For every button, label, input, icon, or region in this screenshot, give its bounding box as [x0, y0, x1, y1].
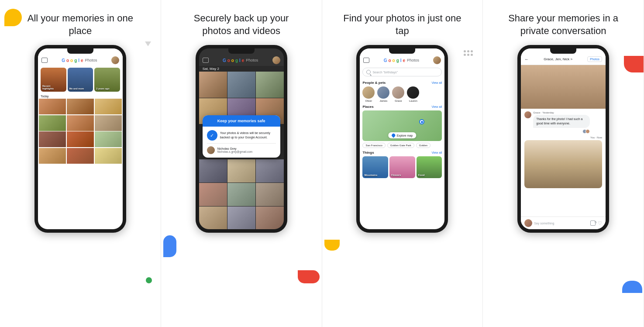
your-photo	[524, 140, 602, 188]
message-grace: Grace · Yesterday Thanks for the photo! …	[524, 111, 602, 134]
avatar-lauren	[407, 86, 419, 99]
things-section-header: Things View all	[362, 151, 442, 155]
grace-message-content: Grace · Yesterday Thanks for the photo! …	[533, 111, 590, 134]
grid-cell	[67, 99, 94, 114]
grid-cell	[199, 183, 227, 206]
thing-label-food: Food	[418, 174, 425, 176]
heart-icon[interactable]: ♡	[598, 220, 602, 226]
thing-flowers: Flowers	[389, 156, 415, 178]
search-placeholder: Search "birthdays"	[372, 71, 398, 74]
grid-cell	[199, 72, 227, 98]
people-view-all[interactable]: View all	[431, 81, 442, 84]
grace-avatar	[524, 111, 531, 118]
people-title: People & pets	[362, 81, 386, 85]
highlight-label-3: 2 years ago	[96, 87, 109, 90]
modal-body-row: ✓ Your photos & videos will be securelyb…	[207, 130, 276, 141]
things-view-all[interactable]: View all	[431, 151, 442, 154]
phone-frame-1: Google Photos Recenthighlights Me and mo…	[34, 45, 126, 233]
panel2-title: Securely back up your photos and videos	[180, 12, 303, 37]
attach-icon[interactable]	[590, 220, 596, 226]
explore-map-label: Explore map	[397, 134, 413, 137]
phone-notch-3	[389, 48, 415, 54]
phone-screen-2: Google Photos Sat, May 2 Keep your memor…	[199, 48, 284, 229]
deco-red-corner	[624, 56, 644, 72]
grace-sender-label: Grace · Yesterday	[533, 111, 590, 114]
deco-triangle	[145, 41, 151, 46]
user-avatar-3	[433, 56, 441, 64]
phone-frame-4: ← Grace, Jen, Nick > Photos Grace · Yest…	[517, 45, 609, 233]
backup-modal: Keep your memories safe ✓ Your photos & …	[203, 115, 280, 158]
grid-cell	[39, 115, 66, 131]
message-input-bar: Say something ♡	[521, 217, 606, 229]
photos-button[interactable]: Photos	[587, 56, 602, 62]
name-grace: Grace	[395, 100, 402, 102]
tag-golden[interactable]: Golden	[416, 143, 430, 148]
thing-label-mountains: Mountains	[364, 174, 377, 176]
google-photos-logo-3: Google Photos	[384, 58, 419, 63]
photo-grid-1	[38, 99, 123, 164]
today-label: Today	[38, 93, 123, 99]
name-lauren: Lauren	[409, 100, 417, 102]
people-section: People & pets View all Oliver James Grac…	[360, 79, 444, 103]
grid-cell	[256, 72, 284, 98]
highlight-label-1: Recenthighlights	[42, 85, 54, 90]
map-view: Explore map	[362, 110, 442, 141]
thing-label-flowers: Flowers	[391, 174, 401, 176]
grace-bubble: Thanks for the photo! I had such a good …	[533, 115, 590, 128]
search-icon	[366, 70, 371, 74]
avatar-james	[377, 86, 389, 99]
things-section: Things View all Mountains Flowers Food	[360, 149, 444, 179]
grace-text: Thanks for the photo! I had such a good …	[536, 117, 587, 126]
phone-notch-4	[550, 48, 576, 54]
modal-body-text: Your photos & videos will be securelybac…	[220, 131, 270, 140]
deco-dots	[464, 50, 475, 56]
places-section-header: Places View all	[362, 105, 442, 109]
grid-cell	[199, 207, 227, 230]
modal-user-row: Nicholas Grey Nicholas.s.grey@gmail.com	[207, 146, 276, 154]
panel-share: Share your memories in a private convers…	[483, 0, 644, 327]
panel4-title: Share your memories in a private convers…	[502, 12, 624, 37]
grid-cell	[39, 131, 66, 147]
message-you: You · Now	[524, 136, 602, 188]
grid-cell	[39, 99, 66, 114]
panel-backup: Securely back up your photos and videos …	[161, 0, 322, 327]
grid-cell	[67, 115, 94, 131]
grid-cell	[256, 183, 284, 206]
google-photos-logo: Google Photos	[62, 58, 97, 63]
input-icons: ♡	[590, 220, 602, 226]
grid-cell	[227, 159, 255, 182]
date-label: Sat, May 2	[199, 66, 284, 72]
message-input[interactable]: Say something	[534, 222, 589, 225]
places-view-all[interactable]: View all	[431, 105, 442, 108]
phone-screen-1: Google Photos Recenthighlights Me and mo…	[38, 48, 123, 229]
search-bar[interactable]: Search "birthdays"	[362, 68, 442, 76]
chat-icon-2	[203, 58, 209, 63]
my-avatar	[524, 219, 532, 227]
grid-cell	[39, 148, 66, 164]
panel-search: Find your photos in just one tap Google …	[322, 0, 483, 327]
phone-frame-3: Google Photos Search "birthdays" People …	[356, 45, 448, 233]
tag-sf[interactable]: San Francisco	[362, 143, 385, 148]
person-james: James	[377, 86, 389, 102]
shared-photo-header	[521, 65, 606, 109]
person-lauren: Lauren	[407, 86, 419, 102]
read-avatars	[533, 129, 590, 134]
back-button[interactable]: ←	[524, 57, 529, 62]
tag-ggp[interactable]: Golden Gate Park	[387, 143, 414, 148]
places-section: Places View all Explore map San Francisc…	[360, 103, 444, 149]
name-james: James	[380, 100, 388, 102]
explore-map-btn[interactable]: Explore map	[389, 132, 417, 138]
user-avatar-1	[111, 56, 119, 64]
phone-screen-4: ← Grace, Jen, Nick > Photos Grace · Yest…	[521, 48, 606, 229]
chat-icon-3	[363, 58, 369, 63]
people-list: Oliver James Grace Lauren	[362, 86, 442, 102]
highlight-label-2: Me and mom	[69, 87, 84, 90]
deco-blue-corner	[622, 281, 642, 293]
things-grid: Mountains Flowers Food	[362, 156, 442, 178]
grid-cell	[95, 115, 122, 131]
phone-notch-1	[67, 48, 93, 54]
thing-mountains: Mountains	[362, 156, 388, 178]
modal-header: Keep your memories safe	[203, 115, 280, 127]
grid-cell	[95, 99, 122, 114]
grid-cell	[227, 207, 255, 230]
